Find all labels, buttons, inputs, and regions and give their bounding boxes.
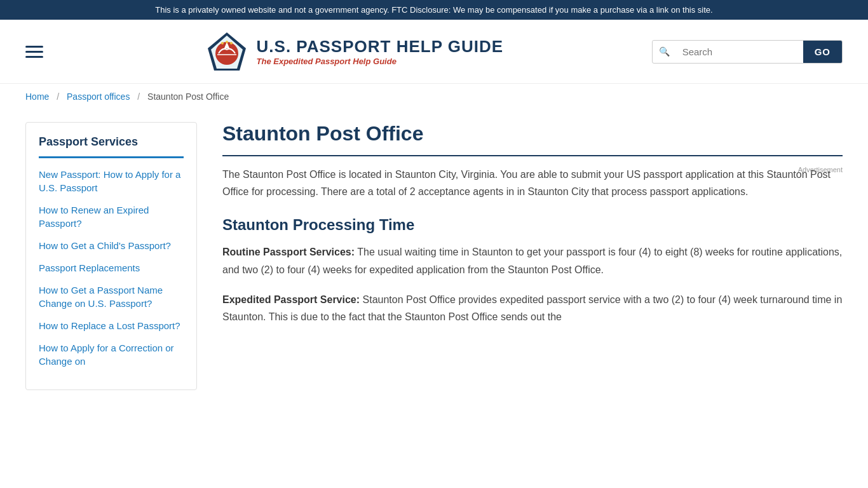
breadcrumb-sep-1: / [57,92,59,102]
sidebar-item-renew-passport[interactable]: How to Renew an Expired Passport? [39,205,149,229]
list-item: Passport Replacements [39,261,184,274]
search-button[interactable]: GO [803,41,842,63]
list-item: How to Get a Child's Passport? [39,239,184,252]
routine-paragraph: Routine Passport Services: The usual wai… [222,243,843,278]
main-content: Staunton Post Office Advertisement The S… [216,122,843,390]
menu-button[interactable] [25,46,43,58]
top-banner: This is a privately owned website and no… [0,0,868,20]
intro-paragraph: The Staunton Post Office is located in S… [222,166,843,200]
sidebar-title: Passport Services [39,135,184,158]
search-input[interactable] [676,41,803,62]
logo-icon [205,29,249,74]
logo-text: U.S. PASSPORT HELP GUIDE The Expedited P… [257,37,504,66]
breadcrumb: Home / Passport offices / Staunton Post … [0,84,868,109]
breadcrumb-sep-2: / [137,92,140,102]
logo-subtitle: The Expedited Passport Help Guide [257,57,504,66]
logo-title: U.S. PASSPORT HELP GUIDE [257,37,504,57]
routine-label: Routine Passport Services: [222,247,355,257]
site-logo[interactable]: U.S. PASSPORT HELP GUIDE The Expedited P… [205,29,504,74]
list-item: How to Apply for a Correction or Change … [39,341,184,368]
svg-point-4 [221,42,224,44]
sidebar-item-new-passport[interactable]: New Passport: How to Apply for a U.S. Pa… [39,169,180,193]
search-icon: 🔍 [653,41,676,62]
sidebar-item-replacements[interactable]: Passport Replacements [39,262,140,273]
expedited-paragraph: Expedited Passport Service: Staunton Pos… [222,291,843,325]
page-title: Staunton Post Office [222,122,843,156]
header: U.S. PASSPORT HELP GUIDE The Expedited P… [0,20,868,84]
sidebar-nav: New Passport: How to Apply for a U.S. Pa… [39,168,184,368]
search-area: 🔍 GO [652,40,843,64]
sidebar: Passport Services New Passport: How to A… [25,122,197,390]
breadcrumb-home[interactable]: Home [25,92,49,102]
list-item: How to Get a Passport Name Change on U.S… [39,283,184,310]
list-item: New Passport: How to Apply for a U.S. Pa… [39,168,184,194]
sidebar-item-lost-passport[interactable]: How to Replace a Lost Passport? [39,320,180,331]
sidebar-item-child-passport[interactable]: How to Get a Child's Passport? [39,240,171,251]
sidebar-item-correction[interactable]: How to Apply for a Correction or Change … [39,342,174,367]
list-item: How to Renew an Expired Passport? [39,203,184,230]
sidebar-item-name-change[interactable]: How to Get a Passport Name Change on U.S… [39,285,163,309]
content-body: Advertisement The Staunton Post Office i… [222,166,843,325]
ad-label: Advertisement [798,166,843,173]
svg-point-5 [226,41,228,43]
main-container: Passport Services New Passport: How to A… [0,109,868,403]
list-item: How to Replace a Lost Passport? [39,319,184,332]
expedited-label: Expedited Passport Service: [222,294,360,305]
breadcrumb-current: Staunton Post Office [147,92,229,102]
banner-text: This is a privately owned website and no… [155,5,712,15]
svg-point-6 [230,42,233,44]
processing-heading: Staunton Processing Time [222,216,843,234]
header-left [25,46,56,58]
breadcrumb-passport-offices[interactable]: Passport offices [67,92,130,102]
